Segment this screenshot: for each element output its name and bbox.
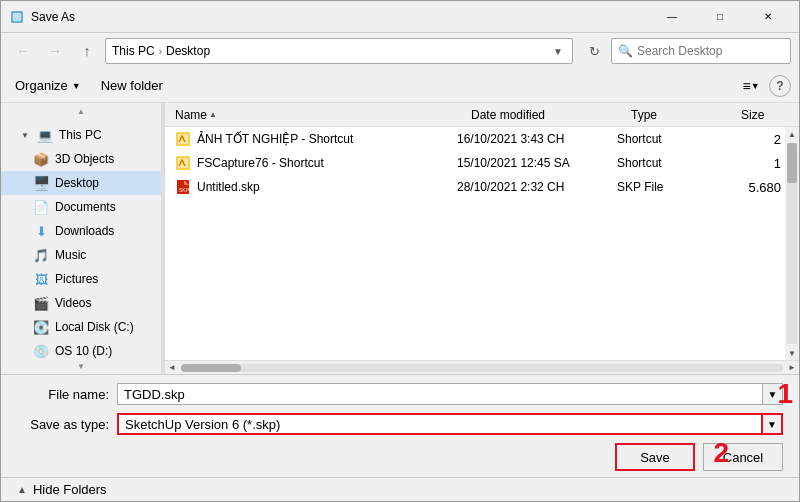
hide-folders-label: Hide Folders — [33, 482, 107, 497]
file2-date: 15/10/2021 12:45 SA — [451, 156, 611, 170]
table-row[interactable]: SKP Untitled.skp 28/10/2021 2:32 CH SKP … — [165, 175, 785, 199]
organize-toolbar: Organize ▼ New folder ≡ ▼ ? — [1, 69, 799, 103]
h-scroll-thumb[interactable] — [181, 364, 241, 372]
maximize-button[interactable]: □ — [697, 1, 743, 33]
file-name-input[interactable] — [117, 383, 763, 405]
col-header-size-label: Size — [741, 108, 764, 122]
col-header-type[interactable]: Type — [625, 103, 735, 126]
svg-rect-1 — [13, 13, 21, 21]
up-button[interactable]: ↑ — [73, 37, 101, 65]
file-name-row: File name: ▼ 1 — [17, 381, 783, 407]
scroll-track — [787, 143, 797, 344]
h-scroll-right-button[interactable]: ► — [785, 361, 799, 375]
col-header-name[interactable]: Name ▲ — [169, 103, 465, 126]
sidebar-item-documents[interactable]: 📄 Documents — [1, 195, 161, 219]
col-header-date-label: Date modified — [471, 108, 545, 122]
main-area: ▲ ▼ 💻 This PC 📦 3D Objects 🖥️ Desktop — [1, 103, 799, 374]
dialog-title: Save As — [31, 10, 649, 24]
back-button[interactable]: ← — [9, 37, 37, 65]
h-scroll-track — [181, 364, 783, 372]
window-controls: — □ ✕ — [649, 1, 791, 33]
name-sort-icon: ▲ — [209, 110, 217, 119]
3d-objects-icon: 📦 — [33, 151, 49, 167]
address-path: This PC › Desktop — [112, 44, 546, 58]
file3-name: Untitled.skp — [197, 180, 260, 194]
hide-folders-chevron-icon: ▲ — [17, 484, 27, 495]
this-pc-icon: 💻 — [37, 127, 53, 143]
address-chevron-1: › — [159, 46, 162, 57]
file1-icon — [175, 131, 191, 147]
sidebar-item-pictures[interactable]: 🖼 Pictures — [1, 267, 161, 291]
save-as-type-label: Save as type: — [17, 417, 117, 432]
scroll-down-arrow[interactable]: ▼ — [75, 360, 87, 373]
view-chevron-icon: ▼ — [751, 81, 760, 91]
sidebar-item-videos[interactable]: 🎬 Videos — [1, 291, 161, 315]
new-folder-button[interactable]: New folder — [95, 73, 169, 99]
sidebar-item-os10-d[interactable]: 💿 OS 10 (D:) — [1, 339, 161, 358]
table-row[interactable]: FSCapture76 - Shortcut 15/10/2021 12:45 … — [165, 151, 785, 175]
sidebar-label-3d-objects: 3D Objects — [55, 152, 114, 166]
save-as-type-row: Save as type: SketchUp Version 6 (*.skp)… — [17, 411, 783, 437]
sidebar-item-music[interactable]: 🎵 Music — [1, 243, 161, 267]
downloads-icon: ⬇ — [33, 223, 49, 239]
svg-text:SKP: SKP — [179, 187, 190, 193]
h-scroll-left-button[interactable]: ◄ — [165, 361, 179, 375]
scroll-up-arrow[interactable]: ▲ — [75, 105, 87, 118]
minimize-button[interactable]: — — [649, 1, 695, 33]
sidebar-label-documents: Documents — [55, 200, 116, 214]
address-part-pc: This PC — [112, 44, 155, 58]
table-row[interactable]: ẢNH TỐT NGHIỆP - Shortcut 16/10/2021 3:4… — [165, 127, 785, 151]
address-dropdown-arrow[interactable]: ▼ — [550, 39, 566, 63]
file2-icon — [175, 155, 191, 171]
file-area: Name ▲ Date modified Type Size — [165, 103, 799, 374]
file-name-cell-2: FSCapture76 - Shortcut — [169, 155, 451, 171]
pictures-icon: 🖼 — [33, 271, 49, 287]
file2-size: 1 — [721, 156, 781, 171]
os10-d-icon: 💿 — [33, 343, 49, 358]
nav-pane: ▼ 💻 This PC 📦 3D Objects 🖥️ Desktop 📄 Do… — [1, 119, 161, 358]
scroll-thumb[interactable] — [787, 143, 797, 183]
sidebar-item-desktop[interactable]: 🖥️ Desktop — [1, 171, 161, 195]
file3-date: 28/10/2021 2:32 CH — [451, 180, 611, 194]
scroll-down-button[interactable]: ▼ — [785, 346, 799, 360]
save-as-type-dropdown[interactable]: ▼ — [763, 413, 783, 435]
view-button[interactable]: ≡ ▼ — [737, 72, 765, 100]
file1-size: 2 — [721, 132, 781, 147]
refresh-button[interactable]: ↻ — [581, 38, 607, 64]
file3-size: 5.680 — [721, 180, 781, 195]
sidebar-label-pictures: Pictures — [55, 272, 98, 286]
sidebar-label-videos: Videos — [55, 296, 91, 310]
toolbar-right: ≡ ▼ ? — [737, 72, 791, 100]
file-name-input-wrapper: ▼ — [117, 383, 783, 405]
file-list: ẢNH TỐT NGHIỆP - Shortcut 16/10/2021 3:4… — [165, 127, 785, 360]
organize-button[interactable]: Organize ▼ — [9, 73, 87, 99]
file-scroll-container: ẢNH TỐT NGHIỆP - Shortcut 16/10/2021 3:4… — [165, 127, 799, 360]
help-button[interactable]: ? — [769, 75, 791, 97]
view-icon: ≡ — [742, 78, 750, 94]
sidebar-item-downloads[interactable]: ⬇ Downloads — [1, 219, 161, 243]
forward-button[interactable]: → — [41, 37, 69, 65]
save-as-dialog: Save As — □ ✕ ← → ↑ This PC › Desktop ▼ … — [0, 0, 800, 502]
col-header-date[interactable]: Date modified — [465, 103, 625, 126]
save-button[interactable]: Save — [615, 443, 695, 471]
col-header-size[interactable]: Size — [735, 103, 795, 126]
sidebar-item-local-disk-c[interactable]: 💽 Local Disk (C:) — [1, 315, 161, 339]
horizontal-scrollbar: ◄ ► — [165, 360, 799, 374]
nav-scroll-down: ▼ — [1, 358, 161, 374]
organize-chevron-icon: ▼ — [72, 81, 81, 91]
sidebar-label-music: Music — [55, 248, 86, 262]
buttons-area: Save Cancel 2 — [17, 443, 783, 471]
sidebar-label-os10-d: OS 10 (D:) — [55, 344, 112, 358]
sidebar-item-this-pc[interactable]: ▼ 💻 This PC — [1, 123, 161, 147]
col-header-type-label: Type — [631, 108, 657, 122]
scroll-up-button[interactable]: ▲ — [785, 127, 799, 141]
nav-scroll-up: ▲ — [1, 103, 161, 119]
hide-folders-row[interactable]: ▲ Hide Folders — [1, 477, 799, 501]
sidebar-item-3d-objects[interactable]: 📦 3D Objects — [1, 147, 161, 171]
videos-icon: 🎬 — [33, 295, 49, 311]
search-input[interactable] — [637, 44, 787, 58]
documents-icon: 📄 — [33, 199, 49, 215]
search-icon: 🔍 — [618, 44, 633, 58]
file-name-label: File name: — [17, 387, 117, 402]
close-button[interactable]: ✕ — [745, 1, 791, 33]
